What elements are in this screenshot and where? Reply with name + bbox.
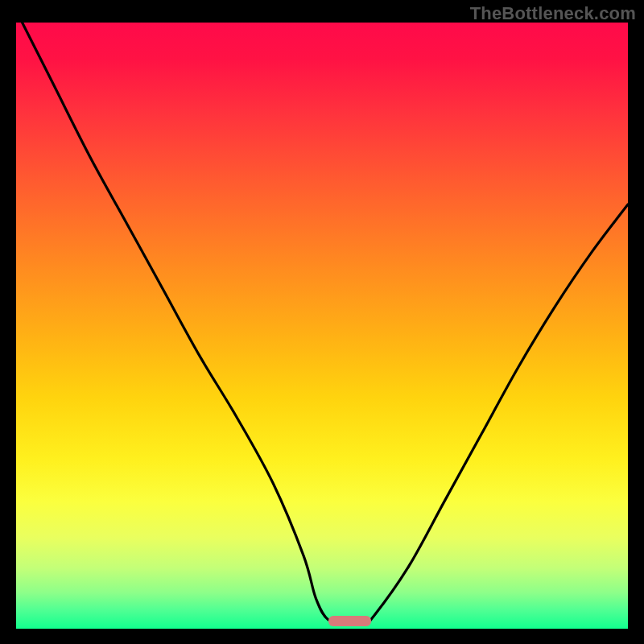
curve-svg [16, 23, 628, 629]
watermark-text: TheBottleneck.com [470, 3, 636, 24]
chart-frame: TheBottleneck.com [0, 0, 644, 644]
plot-area [16, 23, 628, 629]
bottleneck-curve-path [16, 23, 628, 624]
flat-min-marker [328, 616, 371, 626]
